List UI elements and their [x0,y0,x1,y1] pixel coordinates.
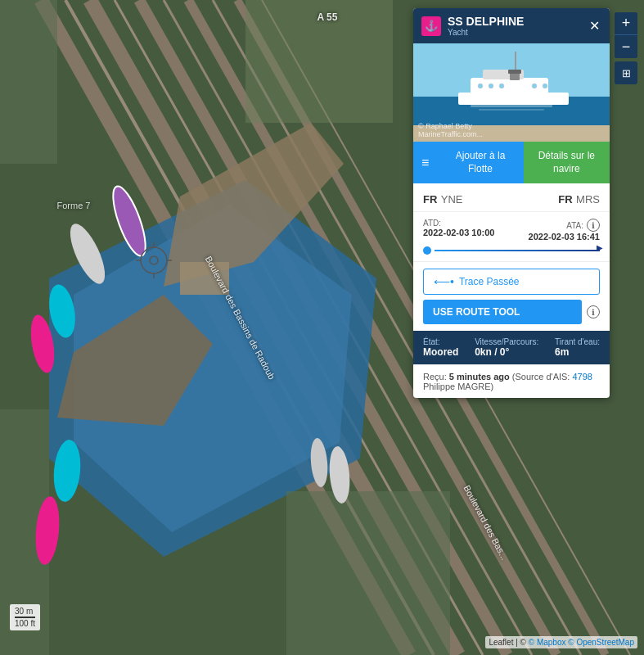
received-person: Philippe MAGRE) [423,382,493,391]
port-to: FR MRS [558,192,600,206]
svg-rect-47 [508,70,521,74]
trace-icon: ⟵• [434,275,454,288]
ata-label: ATA: [566,221,583,230]
panel-ports: FR YNE FR MRS [413,183,610,212]
osm-link[interactable]: © OpenStreetMap [568,638,634,647]
ship-photo: © Raphael Betty MarineTraffic.com... [413,43,610,142]
zoom-controls: + − [615,12,637,58]
status-draft-value: 6m [555,346,600,358]
panel-status: État: Moored Vitesse/Parcours: 0kn / 0° … [413,331,610,364]
menu-button[interactable]: ≡ [413,142,437,183]
port-from-flag: FR [423,193,437,206]
status-item-state: État: Moored [423,337,458,358]
port-from: FR YNE [423,192,463,206]
map-attribution: Leaflet | © © Mapbox © OpenStreetMap [485,636,637,648]
port-from-code: YNE [441,193,463,206]
add-to-fleet-button[interactable]: Ajouter à la Flotte [437,142,523,183]
status-item-speed: Vitesse/Parcours: 0kn / 0° [475,337,538,358]
svg-point-52 [543,84,547,88]
received-label: Reçu: [423,372,447,382]
leaflet-link[interactable]: Leaflet [489,638,513,647]
route-tool-label: USE ROUTE TOOL [433,306,520,318]
ship-panel: ⚓ SS DELPHINE Yacht ✕ [413,8,610,398]
panel-journey: ATD: 2022-02-03 10:00 ATA: ℹ 2022-02-03 … [413,212,610,262]
journey-arrow-line [435,250,600,251]
svg-rect-54 [479,109,544,111]
ata-info-icon[interactable]: ℹ [587,219,600,232]
photo-credit: © Raphael Betty MarineTraffic.com... [418,122,483,138]
panel-received: Reçu: 5 minutes ago (Source d'AIS: 4798 … [413,364,610,398]
map-scale: 30 m 100 ft [10,604,40,630]
svg-point-48 [478,84,483,88]
atd-label: ATD: [423,219,494,228]
trace-button[interactable]: ⟵• Trace Passée [423,269,600,295]
map-layers-button[interactable]: ⊞ [615,61,637,84]
atd-value: 2022-02-03 10:00 [423,228,494,237]
ship-details-button[interactable]: Détails sur le navire [524,142,610,183]
status-draft-label: Tirant d'eau: [555,337,600,346]
svg-point-49 [489,84,493,88]
ship-icon-box: ⚓ [421,16,441,36]
status-state-label: État: [423,337,458,346]
zoom-in-button[interactable]: + [615,12,637,35]
map-container[interactable]: Boulevard des Bassins de Radoub Boulevar… [0,0,644,655]
status-item-draft: Tirant d'eau: 6m [555,337,600,358]
journey-origin-dot [423,246,431,255]
ship-name: SS DELPHINE [448,15,524,28]
anchor-icon: ⚓ [425,20,438,32]
received-time: 5 minutes ago [449,372,510,382]
port-to-code: MRS [576,193,600,206]
ata-value: 2022-02-03 16:41 [529,232,600,242]
port-to-flag: FR [558,193,572,206]
svg-rect-42 [458,93,569,105]
route-info-icon[interactable]: ℹ [587,305,600,318]
svg-point-50 [499,84,504,88]
close-panel-button[interactable]: ✕ [588,18,601,34]
status-speed-value: 0kn / 0° [475,346,538,358]
svg-point-51 [532,84,537,88]
trace-label: Trace Passée [459,276,520,287]
status-state-value: Moored [423,346,458,358]
panel-header: ⚓ SS DELPHINE Yacht ✕ [413,8,610,43]
status-speed-label: Vitesse/Parcours: [475,337,538,346]
zoom-out-button[interactable]: − [615,35,637,58]
mapbox-link[interactable]: © Mapbox [529,638,566,647]
received-source-label: Source d'AIS: [516,372,570,382]
received-id-link[interactable]: 4798 [573,372,592,382]
route-tool-button[interactable]: USE ROUTE TOOL [423,300,582,324]
ship-type: Yacht [448,28,524,37]
svg-rect-53 [471,105,552,107]
panel-actions: ≡ Ajouter à la Flotte Détails sur le nav… [413,142,610,183]
